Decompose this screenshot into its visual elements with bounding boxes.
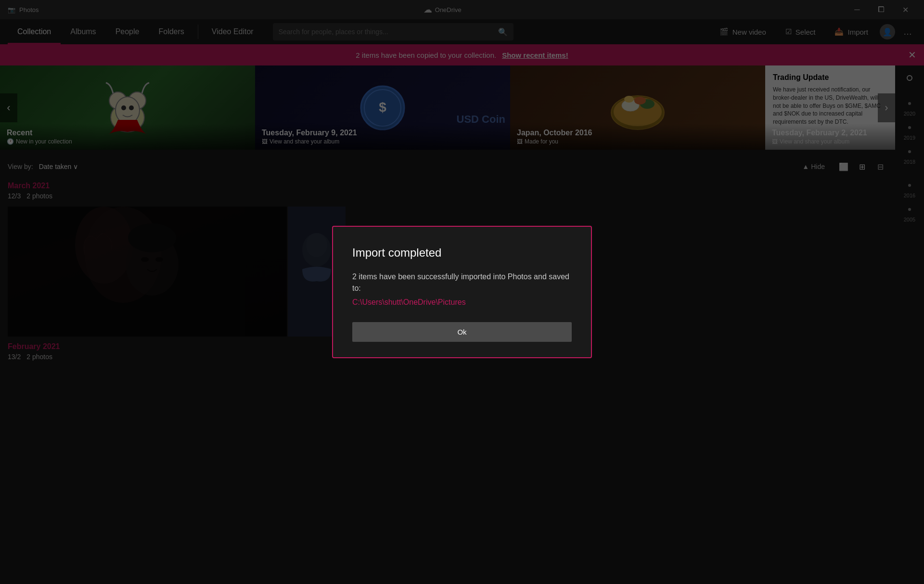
modal-body: 2 items have been successfully imported …: [352, 271, 572, 294]
modal-path-link[interactable]: C:\Users\shutt\OneDrive\Pictures: [352, 298, 572, 307]
modal-overlay: Import completed 2 items have been succe…: [0, 0, 924, 584]
modal-ok-button[interactable]: Ok: [352, 322, 572, 342]
import-completed-dialog: Import completed 2 items have been succe…: [332, 226, 592, 358]
modal-title: Import completed: [352, 246, 572, 260]
